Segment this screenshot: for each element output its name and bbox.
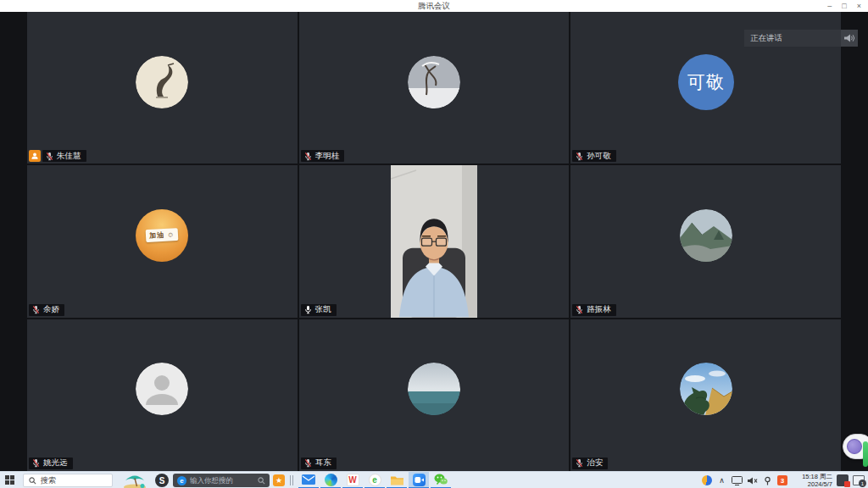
participant-name: 余娇 — [43, 304, 59, 315]
mountain-photo-avatar — [680, 209, 732, 262]
browser-search-bar[interactable]: e — [173, 474, 270, 487]
ink-crane-avatar — [136, 56, 188, 108]
window-titlebar: 腾讯会议 – □ × — [0, 0, 868, 12]
weather-beach-widget-icon[interactable] — [120, 473, 149, 488]
minimize-button[interactable]: – — [827, 0, 832, 12]
file-explorer-icon[interactable] — [387, 472, 407, 488]
mic-muted-icon — [303, 458, 313, 468]
participant-label: 耳东 — [301, 458, 337, 469]
wechat-icon[interactable] — [431, 472, 451, 488]
participant-label: 治安 — [572, 458, 608, 469]
participant-name: 朱佳慧 — [57, 151, 81, 162]
mic-muted-icon — [31, 305, 41, 314]
participant-label: 张凯 — [301, 304, 337, 316]
participant-tile[interactable]: 加油 ☺ 余娇 — [27, 165, 298, 317]
participant-tile[interactable]: 李明桂 — [299, 12, 570, 164]
mic-muted-icon — [575, 152, 584, 161]
participant-label: 朱佳慧 — [29, 150, 86, 162]
participant-grid: 朱佳慧 李明桂 可敬 孙可敬 — [27, 12, 841, 471]
search-icon — [258, 477, 265, 485]
mic-muted-icon — [575, 458, 584, 468]
display-cast-icon[interactable] — [732, 475, 743, 486]
window-controls: – □ × — [827, 0, 865, 12]
default-person-avatar — [136, 363, 188, 415]
taskbar-divider — [290, 475, 294, 485]
pine-rock-photo-avatar — [680, 363, 732, 415]
participant-label: 姚光远 — [29, 458, 73, 469]
jiayou-sign-avatar: 加油 ☺ — [136, 209, 188, 262]
sea-horizon-photo-avatar — [408, 363, 460, 415]
participant-tile[interactable]: 姚光远 — [27, 319, 298, 471]
participant-tile-video[interactable]: 张凯 — [299, 165, 570, 317]
chevron-up-icon[interactable]: ∧ — [716, 475, 727, 486]
participant-label: 李明桂 — [301, 150, 345, 162]
dark-s-app-icon[interactable]: S — [155, 474, 169, 487]
search-icon — [29, 477, 36, 485]
pin-icon[interactable] — [762, 475, 773, 486]
live-video-feed — [391, 165, 477, 317]
browser-search-input[interactable] — [190, 476, 254, 485]
mic-muted-icon — [45, 152, 54, 161]
mail-app-icon[interactable] — [298, 472, 319, 488]
meeting-stage: 朱佳慧 李明桂 可敬 孙可敬 — [0, 12, 868, 471]
window-badge-icon[interactable]: 1 — [853, 475, 865, 485]
avatar-text: 可敬 — [687, 70, 725, 94]
mic-muted-icon — [575, 305, 584, 314]
host-badge-icon — [29, 150, 41, 162]
speaking-indicator: 正在讲话 — [744, 30, 858, 47]
avatar-sign-text: 加油 ☺ — [146, 228, 179, 242]
security-app-icon[interactable]: 3 — [777, 475, 787, 485]
participant-name: 孙可敬 — [587, 151, 611, 162]
clock-date: 2024/5/7 — [792, 480, 832, 488]
mic-muted-icon — [303, 152, 313, 161]
blue-initials-avatar: 可敬 — [678, 54, 734, 110]
ime-globe-icon[interactable] — [701, 475, 712, 486]
mic-active-icon — [303, 305, 313, 314]
edge-browser-icon[interactable] — [320, 472, 341, 488]
participant-name: 路振林 — [587, 304, 611, 315]
green-e-browser-icon[interactable]: e — [364, 472, 385, 488]
participant-label: 余娇 — [29, 304, 64, 316]
wps-office-icon[interactable]: W — [342, 472, 363, 488]
participant-name: 张凯 — [315, 304, 331, 315]
participant-name: 耳东 — [315, 458, 331, 469]
participant-tile[interactable]: 路振林 — [570, 165, 841, 317]
participant-tile[interactable]: 耳东 — [299, 319, 570, 471]
favorites-star-icon[interactable]: ★ — [273, 474, 285, 486]
count-badge: 1 — [859, 480, 866, 487]
assistant-orb-icon[interactable] — [847, 439, 862, 454]
system-tray: ∧ 3 15:18 周二 2024/5/7 1 — [701, 472, 868, 488]
maximize-button[interactable]: □ — [842, 0, 846, 12]
participant-label: 路振林 — [572, 304, 616, 316]
volume-level-bar — [863, 441, 868, 467]
tencent-meeting-icon[interactable] — [409, 472, 429, 488]
close-button[interactable]: × — [857, 0, 861, 12]
windows-taskbar: 搜索 S e ★ W e ∧ — [0, 471, 868, 488]
desktop-screen: 腾讯会议 – □ × 朱佳慧 — [0, 0, 868, 488]
participant-tile[interactable]: 朱佳慧 — [27, 12, 298, 164]
clock-time: 15:18 周二 — [792, 473, 832, 480]
volume-muted-icon[interactable] — [747, 475, 758, 486]
red-badge — [844, 481, 850, 487]
window-title: 腾讯会议 — [418, 1, 450, 12]
participant-tile[interactable]: 治安 — [570, 319, 841, 471]
participant-label: 孙可敬 — [572, 150, 616, 162]
snow-tree-photo-avatar — [408, 56, 460, 108]
participant-name: 姚光远 — [43, 458, 68, 469]
participant-name: 李明桂 — [315, 151, 340, 162]
speaker-volume-icon — [841, 30, 858, 47]
mic-muted-icon — [31, 458, 41, 468]
speaking-label: 正在讲话 — [750, 33, 782, 44]
participant-name: 治安 — [587, 458, 603, 469]
floating-assistant-widget[interactable] — [843, 434, 868, 459]
start-button[interactable] — [5, 475, 15, 485]
taskbar-clock[interactable]: 15:18 周二 2024/5/7 — [792, 473, 832, 488]
search-label: 搜索 — [41, 475, 56, 486]
notification-icon[interactable] — [837, 474, 849, 486]
taskbar-search-box[interactable]: 搜索 — [23, 474, 113, 487]
browser-e-icon: e — [177, 476, 186, 485]
